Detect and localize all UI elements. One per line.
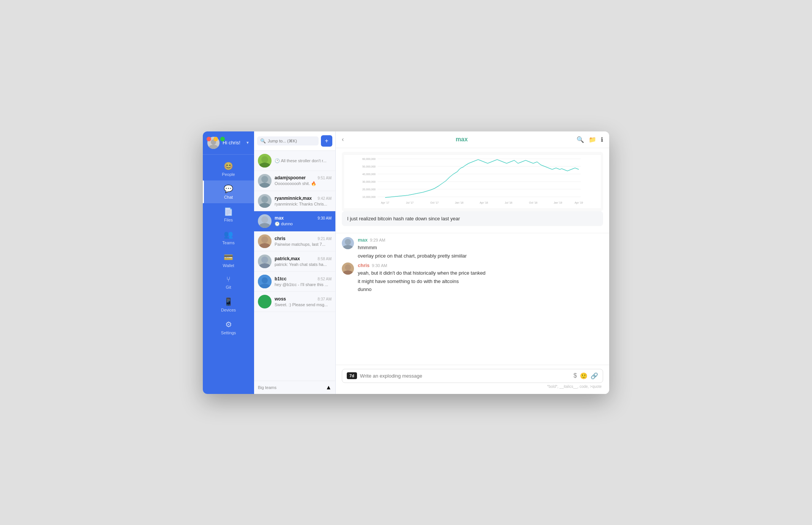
chat-preview: Ooooooooooh shit. 🔥 <box>275 181 332 186</box>
chat-item[interactable]: patrick,max 8:58 AM patrick: Yeah chat s… <box>254 251 335 272</box>
chat-preview: Sweet. :) Please send msg... <box>275 302 332 307</box>
chat-title: max <box>347 136 577 143</box>
chart-container: 60,000,000 50,000,000 40,000,000 30,000,… <box>336 148 609 234</box>
chat-item[interactable]: b1tcc 8:52 AM hey @b1tcc - I'll share th… <box>254 272 335 292</box>
chat-item-active[interactable]: max 9:30 AM 🕐 dunno <box>254 211 335 231</box>
emoji-icon[interactable]: 🙂 <box>580 372 588 380</box>
chat-time: 8:58 AM <box>318 257 332 261</box>
message-text: dunno <box>358 286 371 293</box>
message-author: max <box>358 237 368 243</box>
sidebar-item-files[interactable]: 📄 Files <box>203 203 254 226</box>
svg-text:Apr '17: Apr '17 <box>381 201 389 204</box>
back-button[interactable]: ‹ <box>342 136 344 143</box>
message-text: yeah, but it didn't do that historically… <box>358 269 485 277</box>
sidebar-nav: 😊 People 💬 Chat 📄 Files 👥 Teams 💳 Wallet <box>203 155 254 394</box>
chat-item[interactable]: woss 8:37 AM Sweet. :) Please send msg..… <box>254 292 335 312</box>
git-icon: ⑂ <box>226 275 231 283</box>
chat-content: adamjspooner 9:51 AM Ooooooooooh shit. 🔥 <box>275 175 332 186</box>
chat-icon: 💬 <box>224 184 233 193</box>
chevron-down-icon: ▼ <box>246 141 250 145</box>
svg-point-15 <box>262 277 268 283</box>
close-button[interactable] <box>207 137 211 141</box>
message-row: it might have something to do with the a… <box>358 278 603 286</box>
user-header[interactable]: Hi chris! ▼ <box>203 131 254 155</box>
sidebar-item-git[interactable]: ⑂ Git <box>203 272 254 293</box>
avatar <box>258 275 272 288</box>
message-content: max 9:29 AM hmmmm 7d 🕐 overlay price on … <box>358 237 603 260</box>
svg-point-1 <box>209 145 218 149</box>
chat-content: woss 8:37 AM Sweet. :) Please send msg..… <box>275 296 332 307</box>
search-icon: 🔍 <box>260 138 266 144</box>
sidebar-item-people[interactable]: 😊 People <box>203 158 254 180</box>
chat-time: 8:37 AM <box>318 297 332 301</box>
compose-button[interactable]: + <box>321 135 332 147</box>
sidebar-item-chat[interactable]: 💬 Chat <box>203 180 254 203</box>
avatar <box>342 237 354 249</box>
devices-icon: 📱 <box>224 297 233 306</box>
avatar <box>258 214 272 228</box>
sidebar-item-wallet[interactable]: 💳 Wallet <box>203 249 254 272</box>
maximize-button[interactable] <box>220 137 225 141</box>
info-icon[interactable]: ℹ <box>601 136 603 143</box>
timer-icon: 🕐 <box>597 245 603 251</box>
wallet-icon: 💳 <box>224 253 233 262</box>
chat-item[interactable]: 🕐 All these stroller don't r... <box>254 151 335 171</box>
svg-point-5 <box>259 183 270 188</box>
chat-list-header: 🔍 + <box>254 131 335 151</box>
avatar <box>258 234 272 248</box>
avatar <box>258 194 272 208</box>
sidebar-item-settings[interactable]: ⚙ Settings <box>203 316 254 339</box>
avatar <box>258 154 272 168</box>
minimize-button[interactable] <box>213 137 218 141</box>
svg-text:60,000,000: 60,000,000 <box>362 158 376 160</box>
chat-preview: ryanminnick: Thanks Chris... <box>275 202 332 206</box>
chat-time: 9:51 AM <box>318 176 332 180</box>
folder-icon[interactable]: 📁 <box>589 136 596 143</box>
chat-name: patrick,max <box>275 256 300 261</box>
svg-text:30,000,000: 30,000,000 <box>362 180 376 183</box>
compose-input[interactable] <box>360 373 570 379</box>
message-text: it might have something to do with the a… <box>358 278 459 285</box>
chat-name: ryanminnick,max <box>275 196 312 201</box>
message-group: max 9:29 AM hmmmm 7d 🕐 overlay price on … <box>342 237 603 260</box>
chat-name: woss <box>275 296 286 302</box>
chat-item[interactable]: adamjspooner 9:51 AM Ooooooooooh shit. 🔥 <box>254 171 335 191</box>
svg-text:Oct '17: Oct '17 <box>430 201 439 204</box>
search-bar[interactable]: 🔍 <box>257 136 319 145</box>
svg-point-11 <box>259 243 270 248</box>
svg-point-17 <box>258 295 272 308</box>
chat-item[interactable]: ryanminnick,max 9:42 AM ryanminnick: Tha… <box>254 191 335 211</box>
chat-name: max <box>275 215 284 221</box>
sidebar-item-teams[interactable]: 👥 Teams <box>203 226 254 249</box>
chat-list: 🕐 All these stroller don't r... adamjspo… <box>254 151 335 381</box>
message-row: hmmmm 7d 🕐 <box>358 244 603 252</box>
compose-timer-badge[interactable]: 7d <box>347 372 357 379</box>
window-controls <box>207 137 225 141</box>
message-time: 9:29 AM <box>370 238 385 242</box>
chat-item[interactable]: chris 9:21 AM Pairwise matchups, last 7.… <box>254 231 335 251</box>
chat-content: ryanminnick,max 9:42 AM ryanminnick: Tha… <box>275 196 332 206</box>
avatar <box>342 262 354 275</box>
chat-content: 🕐 All these stroller don't r... <box>275 158 332 163</box>
link-icon[interactable]: 🔗 <box>591 372 598 380</box>
avatar <box>258 255 272 268</box>
chat-time: 9:42 AM <box>318 196 332 201</box>
dollar-icon[interactable]: $ <box>573 372 577 379</box>
chat-preview: 🕐 All these stroller don't r... <box>275 158 332 163</box>
svg-point-7 <box>259 203 270 208</box>
message-group: chris 9:30 AM yeah, but it didn't do tha… <box>342 262 603 294</box>
search-input[interactable] <box>268 139 316 143</box>
svg-point-10 <box>261 236 268 243</box>
big-teams-bar[interactable]: Big teams ▲ <box>254 381 335 394</box>
svg-point-42 <box>343 270 353 275</box>
sidebar-item-devices[interactable]: 📱 Devices <box>203 293 254 316</box>
compose-input-row: 7d $ 🙂 🔗 <box>342 369 603 383</box>
app-window: Hi chris! ▼ 😊 People 💬 Chat 📄 Files 👥 Te… <box>203 131 609 394</box>
message-content: chris 9:30 AM yeah, but it didn't do tha… <box>358 262 603 294</box>
avatar <box>258 174 272 188</box>
svg-point-12 <box>261 256 268 263</box>
chat-time: 8:52 AM <box>318 277 332 281</box>
svg-point-4 <box>261 176 268 183</box>
search-icon[interactable]: 🔍 <box>577 136 584 143</box>
compose-area: 7d $ 🙂 🔗 *bold*, __italics__, code, >quo… <box>336 365 609 394</box>
